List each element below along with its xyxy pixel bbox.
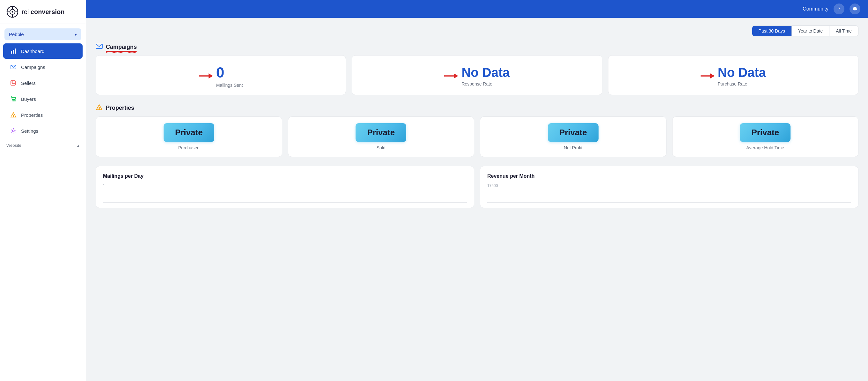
- website-section[interactable]: Website ▴: [0, 139, 86, 149]
- mailings-chart-line: [103, 202, 467, 203]
- tag-icon: [9, 79, 17, 87]
- net-profit-card: Private Net Profit: [480, 116, 666, 157]
- avg-hold-label: Average Hold Time: [746, 145, 784, 150]
- revenue-chart-area: 17500: [487, 183, 851, 203]
- community-link[interactable]: Community: [803, 6, 829, 12]
- gear-icon: [9, 127, 17, 135]
- sidebar-item-label: Settings: [21, 128, 38, 134]
- net-profit-label: Net Profit: [564, 145, 582, 150]
- sidebar: rei conversion Pebble ▾ Dashboard Campai…: [0, 0, 86, 381]
- campaigns-section-icon: [96, 43, 103, 51]
- sidebar-item-campaigns[interactable]: Campaigns: [3, 59, 83, 75]
- main-content: Past 30 Days Year to Date All Time Campa…: [86, 18, 868, 381]
- svg-rect-11: [11, 81, 15, 85]
- mailings-chart-area: 1: [103, 183, 467, 203]
- rei-logo-icon: [6, 6, 19, 18]
- bar-chart-icon: [9, 47, 17, 55]
- workspace-selector[interactable]: Pebble ▾: [4, 28, 81, 40]
- svg-point-12: [12, 82, 12, 82]
- triangle-icon: !: [9, 111, 17, 119]
- sidebar-item-sellers[interactable]: Sellers: [3, 75, 83, 91]
- purchased-label: Purchased: [178, 145, 199, 150]
- revenue-chart-line: [487, 202, 851, 203]
- sidebar-item-buyers[interactable]: Buyers: [3, 91, 83, 107]
- help-button[interactable]: ?: [834, 3, 844, 14]
- properties-title: Properties: [106, 105, 134, 111]
- properties-section-icon: !: [96, 104, 103, 112]
- logo-container: rei conversion: [0, 0, 86, 24]
- chevron-down-icon: ▾: [74, 32, 77, 37]
- svg-rect-8: [13, 50, 14, 54]
- campaigns-section: Campaigns 0 Mailings Sent: [96, 43, 859, 95]
- properties-header: ! Properties: [96, 104, 859, 112]
- response-rate-card: No Data Response Rate: [352, 55, 602, 95]
- response-rate-value: No Data Response Rate: [461, 65, 509, 86]
- mailings-per-day-chart: Mailings per Day 1: [96, 166, 474, 208]
- revenue-y-label: 17500: [487, 183, 498, 188]
- campaigns-title: Campaigns: [106, 44, 137, 51]
- sidebar-item-label: Campaigns: [21, 64, 45, 70]
- mailings-y-label: 1: [103, 183, 105, 188]
- topbar: Community ?: [86, 0, 868, 18]
- sold-private-badge: Private: [355, 123, 406, 142]
- period-selector: Past 30 Days Year to Date All Time: [96, 26, 859, 36]
- sold-label: Sold: [377, 145, 385, 150]
- sidebar-nav: Dashboard Campaigns Sellers Buyers ! Pro…: [0, 43, 86, 139]
- notifications-button[interactable]: [849, 3, 860, 14]
- purchase-rate-card: No Data Purchase Rate: [608, 55, 859, 95]
- svg-text:!: !: [13, 115, 14, 117]
- avg-hold-private-badge: Private: [740, 123, 790, 142]
- workspace-name: Pebble: [9, 32, 24, 37]
- sidebar-item-settings[interactable]: Settings: [3, 123, 83, 139]
- campaigns-header: Campaigns: [96, 43, 859, 51]
- logo-text: rei conversion: [22, 8, 65, 16]
- avg-hold-card: Private Average Hold Time: [672, 116, 859, 157]
- purchased-private-badge: Private: [163, 123, 214, 142]
- campaigns-cards: 0 Mailings Sent No Data Response Rate: [96, 55, 859, 95]
- period-alltime-button[interactable]: All Time: [829, 26, 858, 36]
- svg-point-15: [13, 100, 13, 101]
- svg-text:!: !: [99, 107, 99, 110]
- sidebar-item-label: Buyers: [21, 96, 36, 102]
- main-wrapper: Community ? Past 30 Days Year to Date Al…: [86, 0, 868, 381]
- arrow-icon-3: [701, 72, 715, 80]
- sidebar-item-label: Sellers: [21, 80, 36, 86]
- svg-marker-22: [209, 74, 213, 79]
- purchase-rate-value: No Data Purchase Rate: [718, 65, 766, 86]
- period-ytd-button[interactable]: Year to Date: [792, 26, 829, 36]
- purchased-card: Private Purchased: [96, 116, 282, 157]
- mailings-sent-value: 0 Mailings Sent: [216, 64, 243, 88]
- svg-point-2: [12, 11, 13, 13]
- sidebar-item-label: Properties: [21, 112, 43, 118]
- period-past30-button[interactable]: Past 30 Days: [752, 26, 792, 36]
- sidebar-item-label: Dashboard: [21, 49, 44, 54]
- svg-point-16: [15, 100, 15, 101]
- svg-marker-24: [454, 74, 458, 79]
- svg-point-19: [12, 130, 14, 132]
- arrow-icon-2: [444, 72, 458, 80]
- arrow-icon-1: [199, 72, 213, 80]
- net-profit-private-badge: Private: [548, 123, 598, 142]
- sold-card: Private Sold: [288, 116, 474, 157]
- mail-icon: [9, 63, 17, 71]
- sidebar-item-dashboard[interactable]: Dashboard: [3, 43, 83, 59]
- properties-section: ! Properties Private Purchased Private S…: [96, 104, 859, 157]
- cart-icon: [9, 95, 17, 103]
- period-btn-group: Past 30 Days Year to Date All Time: [752, 26, 859, 36]
- mailings-sent-card: 0 Mailings Sent: [96, 55, 346, 95]
- properties-cards: Private Purchased Private Sold Private N…: [96, 116, 859, 157]
- chevron-up-icon: ▴: [77, 143, 80, 148]
- svg-marker-26: [710, 74, 715, 79]
- sidebar-item-properties[interactable]: ! Properties: [3, 107, 83, 122]
- charts-section: Mailings per Day 1 Revenue per Month 175…: [96, 166, 859, 208]
- mailings-chart-title: Mailings per Day: [103, 173, 467, 179]
- revenue-per-month-chart: Revenue per Month 17500: [480, 166, 859, 208]
- revenue-chart-title: Revenue per Month: [487, 173, 851, 179]
- svg-rect-9: [15, 49, 16, 54]
- svg-rect-7: [11, 51, 12, 54]
